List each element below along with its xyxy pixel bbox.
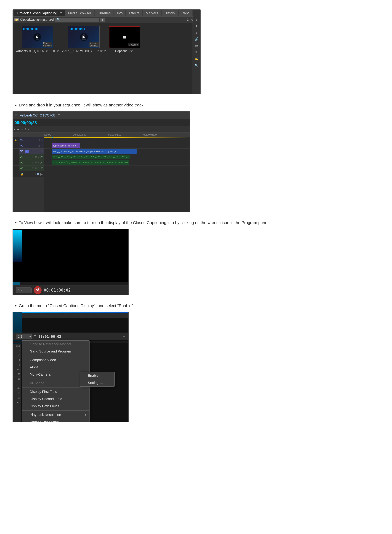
- link-icon[interactable]: 🔗: [195, 37, 199, 41]
- track-v2-content: Type Caption Text Here: [44, 143, 190, 148]
- track-labels: 🔒 V3 ☐ ◌ V2: [13, 137, 44, 212]
- monitor-color-block: [13, 230, 22, 262]
- clip-1-duration: 1;00;02: [49, 49, 59, 53]
- clip-2-name: 2997_I_1920x1080_A...: [62, 49, 95, 53]
- clip-1-timecode: 00:00:00:00: [22, 27, 39, 31]
- monitor-blue-top: [13, 312, 128, 313]
- track-v3-content: [44, 137, 190, 143]
- tab-effects[interactable]: Effects: [126, 10, 142, 16]
- timecode-display: 00;01;00;02: [44, 288, 71, 292]
- tab-libraries[interactable]: Libraries: [94, 10, 113, 16]
- bullet-1: Drag and drop it in your sequence. It wi…: [13, 102, 379, 108]
- track-label-a1: A1 ☐ M S 🎤: [19, 154, 44, 160]
- audio-waveform-2: [53, 161, 128, 164]
- menu-multi-camera[interactable]: Multi-Camera: [22, 371, 89, 378]
- clip-2-timecode: 00:00:00:00: [69, 27, 86, 31]
- track-label-a2: A2 ☐ M S 🎤: [19, 160, 44, 166]
- project-right-sidebar: → ↕ ✚ ↕ 🔗 ⇄ ✎ ✍ 🔍: [192, 10, 201, 94]
- move-icon[interactable]: ✚: [195, 24, 198, 28]
- clip-1[interactable]: 1 00:00:00:00 ► MediaServices ArtbeatsCC…: [16, 26, 59, 53]
- clip-3-captions[interactable]: ⬜ Captions Captions 2;29: [109, 26, 140, 53]
- zoom-select-2[interactable]: 1/2: [16, 334, 32, 339]
- zoom-icon[interactable]: 🔍: [195, 64, 199, 67]
- context-menu: Gang to Reference Monitor Gang Source an…: [22, 340, 89, 422]
- wrench-button[interactable]: ⚒: [34, 286, 42, 294]
- flip-icon[interactable]: ↕: [196, 18, 197, 21]
- video-clip[interactable]: 2997_I_1920x1080_AppleProRes(LT)-Apple P…: [52, 149, 137, 154]
- hand-icon[interactable]: ✍: [195, 57, 199, 61]
- menu-composite-video[interactable]: • Composite Video: [22, 356, 89, 364]
- track-label-v2: V2 ☐ ◌: [19, 143, 44, 148]
- tab-project[interactable]: Project: ClosedCaptioning ☰: [14, 10, 65, 16]
- menu-divider-1: [22, 356, 89, 356]
- track-content: Type Caption Text Here 2997_I_1920x1080_…: [44, 137, 190, 212]
- menu-display-second-field[interactable]: Display Second Field: [22, 395, 89, 403]
- submenu-closed-captions: Enable Settings...: [80, 372, 115, 386]
- menu-display-both-fields[interactable]: Display Both Fields: [22, 403, 89, 410]
- menu-alpha[interactable]: Alpha: [22, 364, 89, 371]
- timeline-tracks: 🔒 V3 ☐ ◌ V2: [13, 137, 190, 212]
- add-button[interactable]: +: [123, 288, 125, 293]
- track-label-v3: V3 ☐ ◌: [19, 137, 44, 143]
- track-a1-content: [44, 154, 190, 160]
- clip-2[interactable]: 1 00:00:00:00 ► MediaServices 2997_I_192…: [62, 26, 106, 53]
- seq-name: ArtbeatsCC_QTCC708: [20, 113, 55, 117]
- captions-clip[interactable]: Type Caption Text Here: [52, 143, 80, 148]
- menu-gang-reference[interactable]: Gang to Reference Monitor: [22, 341, 89, 348]
- timeline-header: ▼ ArtbeatsCC_QTCC708 ☰: [13, 111, 190, 119]
- tab-history[interactable]: History: [162, 10, 178, 16]
- zoom-select[interactable]: 1/2: [16, 287, 32, 293]
- track-a3-content: [44, 166, 190, 171]
- track-select-icon[interactable]: ⇥: [17, 128, 19, 131]
- clip-2-thumbnail: 1 00:00:00:00 ► MediaServices: [68, 26, 100, 48]
- arrow-icon[interactable]: →: [195, 11, 198, 15]
- monitor-ruler: [13, 282, 128, 285]
- menu-vr-video[interactable]: VR Video ►: [22, 380, 89, 387]
- audio-waveform-1: [53, 155, 129, 158]
- track-a2-content: [44, 160, 190, 166]
- menu-playback-resolution[interactable]: Playback Resolution ►: [22, 411, 89, 419]
- monitor-controls: 1/2 ⚒ 00;01;00;02 +: [13, 285, 128, 295]
- seq-timecode: 00;00;00;28: [14, 120, 37, 125]
- list-view-btn[interactable]: ⊞: [100, 18, 105, 22]
- seq-menu-icon: ☰: [58, 114, 60, 117]
- magnet-icon[interactable]: ☇: [14, 128, 15, 131]
- monitor-lower-controls: 1/2 ⚒ 00;01;00;02 +: [13, 333, 128, 340]
- settings-icon[interactable]: ⚒: [33, 334, 37, 339]
- project-content: 1 00:00:00:00 ► MediaServices ArtbeatsCC…: [13, 23, 201, 94]
- search-input[interactable]: [55, 18, 99, 22]
- screenshot-program-monitor: 1/2 ⚒ 00;01;00;02 +: [13, 229, 129, 295]
- folder-icon: 📁: [14, 18, 19, 21]
- arrows2-icon[interactable]: ⇄: [195, 44, 198, 48]
- ripple-icon[interactable]: ⸻: [20, 128, 23, 131]
- pencil-icon[interactable]: ✎: [195, 50, 198, 54]
- menu-divider-2: [22, 379, 89, 379]
- submenu-settings[interactable]: Settings...: [80, 379, 114, 386]
- menu-paused-resolution[interactable]: Paused Resolution ►: [22, 419, 89, 422]
- clip-1-name: ArtbeatsCC_QTCC708: [16, 49, 48, 53]
- arrows-icon[interactable]: ↕: [196, 31, 197, 34]
- submenu-enable[interactable]: Enable: [80, 372, 114, 379]
- tab-markers[interactable]: Markers: [143, 10, 161, 16]
- bullet-3: Go to the menu "Closed Captions Display"…: [13, 303, 379, 309]
- timecode-display-2: 00;01;00;02: [38, 335, 61, 339]
- screenshot-project-panel: Project: ClosedCaptioning ☰ Media Browse…: [13, 10, 201, 94]
- track-v1-content: 2997_I_1920x1080_AppleProRes(LT)-Apple P…: [44, 148, 190, 154]
- clip-1-thumbnail: 1 00:00:00:00 ► MediaServices: [22, 26, 53, 48]
- page-container: Project: ClosedCaptioning ☰ Media Browse…: [0, 0, 392, 439]
- tab-info[interactable]: Info: [114, 10, 126, 16]
- menu-display-first-field[interactable]: Display First Field: [22, 388, 89, 395]
- razor-icon[interactable]: ✎: [24, 128, 27, 131]
- plus-icon-2[interactable]: +: [123, 334, 125, 339]
- audio-clip-1[interactable]: [52, 155, 130, 159]
- seq-icon: ▼: [14, 114, 17, 117]
- screenshot-timeline: ▼ ArtbeatsCC_QTCC708 ☰ 00;00;00;28 ☇ ⇥ ⸻…: [13, 111, 190, 212]
- audio-clip-2[interactable]: [52, 160, 129, 165]
- clip-3-thumbnail: ⬜ Captions: [109, 26, 140, 48]
- tab-media-browser[interactable]: Media Browser: [65, 10, 94, 16]
- slip-icon[interactable]: ⇄: [28, 128, 30, 131]
- menu-gang-source[interactable]: Gang Source and Program: [22, 348, 89, 355]
- screenshot-context-menu: ▶ 1/2 ⚒ 00;01;00;02 + 6;00 0 -3 -6 -9 -1…: [13, 312, 129, 422]
- left-scale: 6;00 0 -3 -6 -9 -12 -15 -18 -21 -24 -27 …: [13, 343, 21, 422]
- tab-captions[interactable]: Capti: [179, 10, 192, 16]
